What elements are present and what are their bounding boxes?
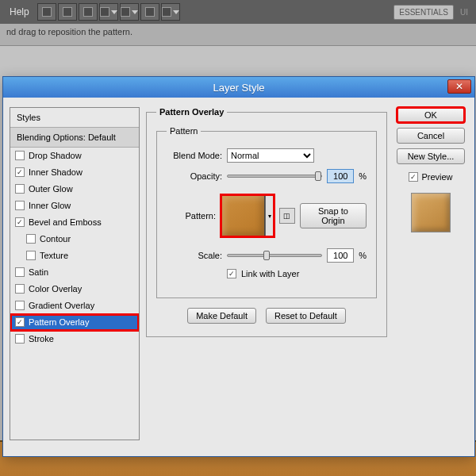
style-label: Color Overlay — [29, 284, 82, 294]
scale-slider[interactable] — [227, 254, 322, 257]
opacity-label: Opacity: — [167, 171, 222, 181]
workspace-button[interactable]: ESSENTIALS — [393, 5, 454, 20]
toolbar-icon-7[interactable] — [161, 3, 180, 21]
pattern-dropdown-arrow[interactable]: ▾ — [265, 194, 274, 237]
style-checkbox[interactable] — [15, 267, 25, 277]
hint-text: nd drag to reposition the pattern. — [6, 27, 132, 36]
snap-to-origin-button[interactable]: Snap to Origin — [300, 203, 367, 228]
toolbar-icon-3[interactable] — [79, 3, 98, 21]
styles-header[interactable]: Styles — [10, 108, 139, 128]
blending-options-header[interactable]: Blending Options: Default — [10, 128, 139, 148]
style-checkbox[interactable] — [15, 151, 25, 160]
pattern-subgroup-legend: Pattern — [167, 126, 201, 136]
style-label: Contour — [40, 234, 71, 244]
style-row-inner-glow[interactable]: Inner Glow — [10, 198, 139, 214]
dialog-title: Layer Style — [213, 82, 264, 94]
style-row-inner-shadow[interactable]: ✓Inner Shadow — [10, 164, 139, 181]
style-label: Satin — [29, 267, 48, 277]
style-row-color-overlay[interactable]: Color Overlay — [10, 281, 139, 298]
close-button[interactable]: ✕ — [447, 79, 471, 94]
app-menu-bar: Help ESSENTIALS UI — [0, 0, 476, 24]
style-label: Inner Shadow — [29, 167, 83, 177]
styles-list: Styles Blending Options: Default Drop Sh… — [10, 107, 140, 440]
pattern-subgroup: Pattern Blend Mode: Normal Opacity: 100 … — [156, 126, 377, 298]
opacity-slider[interactable] — [227, 175, 322, 178]
scale-unit: % — [359, 251, 367, 260]
style-checkbox[interactable] — [26, 251, 36, 260]
toolbar-icon-4[interactable] — [99, 3, 118, 21]
style-row-satin[interactable]: Satin — [10, 264, 139, 281]
cancel-button[interactable]: Cancel — [397, 128, 465, 144]
style-label: Texture — [40, 251, 68, 260]
pattern-overlay-legend: Pattern Overlay — [156, 107, 227, 117]
toolbar-icon-1[interactable] — [37, 3, 56, 21]
style-label: Gradient Overlay — [29, 301, 94, 310]
style-row-pattern-overlay[interactable]: ✓Pattern Overlay — [10, 314, 139, 331]
preview-label: Preview — [421, 172, 452, 182]
style-row-gradient-overlay[interactable]: Gradient Overlay — [10, 298, 139, 314]
new-style-button[interactable]: New Style... — [397, 148, 465, 164]
style-checkbox[interactable] — [15, 201, 25, 210]
link-with-layer-checkbox[interactable]: ✓ — [227, 269, 236, 278]
scale-label: Scale: — [167, 251, 222, 260]
pattern-overlay-group: Pattern Overlay Pattern Blend Mode: Norm… — [146, 107, 387, 337]
opacity-value[interactable]: 100 — [327, 169, 354, 183]
style-checkbox[interactable]: ✓ — [15, 317, 25, 327]
style-label: Outer Glow — [29, 184, 73, 194]
style-label: Drop Shadow — [29, 151, 82, 160]
style-row-texture[interactable]: Texture — [10, 248, 139, 264]
reset-to-default-button[interactable]: Reset to Default — [266, 308, 346, 324]
style-checkbox[interactable]: ✓ — [15, 167, 25, 177]
style-checkbox[interactable]: ✓ — [15, 217, 25, 227]
preview-checkbox[interactable]: ✓ — [409, 172, 418, 182]
style-checkbox[interactable] — [15, 184, 25, 194]
link-with-layer-label: Link with Layer — [241, 269, 299, 278]
blend-mode-label: Blend Mode: — [167, 151, 222, 160]
preview-swatch — [411, 193, 451, 232]
toolbar-icon-5[interactable] — [120, 3, 139, 21]
pattern-swatch[interactable] — [221, 194, 265, 237]
layer-style-dialog: Layer Style ✕ Styles Blending Options: D… — [2, 76, 475, 457]
style-checkbox[interactable] — [15, 301, 25, 310]
options-bar: nd drag to reposition the pattern. — [0, 24, 476, 46]
style-label: Stroke — [29, 334, 54, 344]
style-row-contour[interactable]: Contour — [10, 231, 139, 248]
menu-help[interactable]: Help — [3, 3, 36, 21]
style-checkbox[interactable] — [15, 334, 25, 344]
pattern-label: Pattern: — [167, 211, 216, 221]
style-label: Bevel and Emboss — [29, 217, 102, 227]
style-row-stroke[interactable]: Stroke — [10, 331, 139, 347]
style-row-drop-shadow[interactable]: Drop Shadow — [10, 148, 139, 164]
style-label: Pattern Overlay — [29, 317, 89, 327]
style-label: Inner Glow — [29, 201, 71, 210]
workspace-tab[interactable]: UI — [455, 5, 473, 20]
blend-mode-select[interactable]: Normal — [227, 148, 314, 163]
toolbar-icon-2[interactable] — [58, 3, 77, 21]
toolbar-icon-6[interactable] — [140, 3, 159, 21]
style-row-outer-glow[interactable]: Outer Glow — [10, 181, 139, 198]
dialog-titlebar: Layer Style ✕ — [3, 77, 474, 98]
new-preset-icon[interactable]: ◫ — [279, 208, 295, 224]
make-default-button[interactable]: Make Default — [187, 308, 256, 324]
opacity-unit: % — [359, 171, 367, 181]
scale-value[interactable]: 100 — [327, 248, 354, 263]
style-row-bevel-and-emboss[interactable]: ✓Bevel and Emboss — [10, 214, 139, 231]
ok-button[interactable]: OK — [397, 107, 465, 123]
style-checkbox[interactable] — [15, 284, 25, 294]
style-checkbox[interactable] — [26, 234, 36, 244]
